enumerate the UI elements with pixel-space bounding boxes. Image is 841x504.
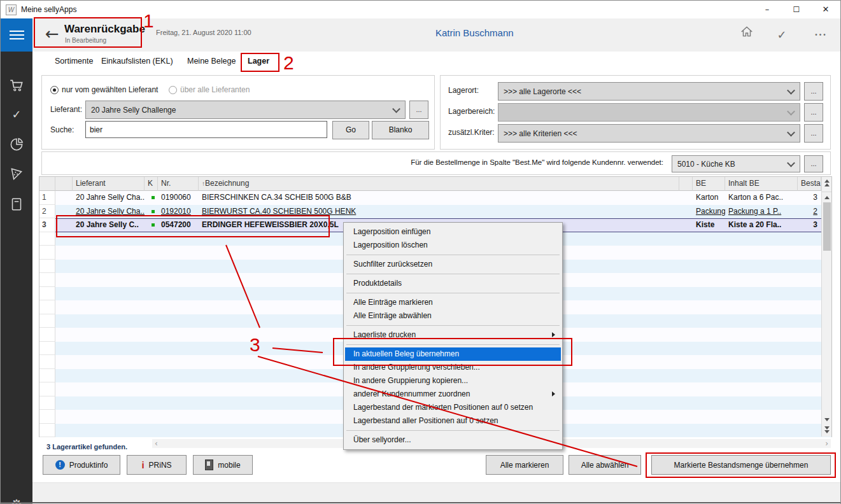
menu-item-suchfilter-zurücksetzen[interactable]: Suchfilter zurücksetzen [345,258,561,271]
sidebar-item-reports[interactable] [1,136,32,158]
table-cell [725,314,798,328]
alle-markieren-button[interactable]: Alle markieren [486,455,563,475]
menu-item-alle-einträge-abwählen[interactable]: Alle Einträge abwählen [345,309,561,323]
storage-filter-label: Lagerbereich: [448,107,495,116]
menu-item-lagerbestand-der-markierten-positionen-a[interactable]: Lagerbestand der markierten Positionen a… [345,401,561,414]
table-cell [145,300,158,314]
status-text: 3 Lagerartikel gefunden. [46,443,127,451]
scrollbar-thumb[interactable] [823,202,831,251]
column-header-be[interactable]: BE [693,177,725,191]
table-cell [679,273,693,287]
menu-item-lagerposition-löschen[interactable]: Lagerposition löschen [345,239,561,252]
storage-filter-dropdown[interactable]: >>> alle Lagerorte <<< [498,82,800,101]
table-row[interactable]: 120 Jahre Selly Cha..0190060BIERSCHINKEN… [39,191,831,205]
table-cell [679,260,693,274]
table-cell [725,342,798,356]
table-cell [158,287,199,301]
scroll-up-icon[interactable] [824,196,830,199]
tab-einkaufslisten-ekl-[interactable]: Einkaufslisten (EKL) [101,57,173,66]
menu-item-lagerbestand-aller-positionen-auf-0-setz[interactable]: Lagerbestand aller Positionen auf 0 setz… [345,414,561,428]
radio-selected-supplier[interactable] [50,86,59,94]
radio-all-suppliers-label[interactable]: über alle Lieferanten [180,85,250,94]
radio-selected-supplier-label[interactable]: nur vom gewählten Lieferant [62,85,158,94]
confirm-button[interactable]: ✓ [768,25,796,45]
table-cell [55,287,73,301]
user-name[interactable]: Katrin Buschmann [435,27,514,38]
scroll-down-icon[interactable] [824,418,830,421]
table-cell [798,424,821,438]
more-options-button[interactable]: ••• [807,25,835,45]
hamburger-menu-button[interactable] [1,18,32,52]
menu-item-in-andere-gruppierung-verschieben-[interactable]: In andere Gruppierung verschieben... [345,361,561,374]
sidebar-item-deals[interactable] [1,166,32,188]
table-cell: 0192010 [158,205,199,219]
sidebar-item-tasks[interactable]: ✓ [1,108,32,129]
menu-item-alle-einträge-markieren[interactable]: Alle Einträge markieren [345,296,561,309]
column-header-nr-[interactable]: Nr. [158,177,199,191]
prins-button[interactable]: iPRiNS [127,455,187,475]
menu-item-in-andere-gruppierung-kopieren-[interactable]: In andere Gruppierung kopieren... [345,374,561,388]
scroll-right-icon[interactable]: › [825,439,828,448]
table-cell [798,410,821,424]
column-header-lieferant[interactable]: Lieferant [73,177,145,191]
column-header-bezeichnung[interactable]: ↑Bezeichnung [199,177,679,191]
blanko-button[interactable]: Blanko [372,121,429,139]
tab-lager[interactable]: Lager [248,57,269,66]
table-cell [693,300,725,314]
table-cell [725,424,798,438]
mobile-button[interactable]: mobile [193,455,253,475]
radio-all-suppliers[interactable] [169,86,177,94]
table-cell: 20 Jahre Selly Cha.. [73,205,145,219]
menu-item-anderer-kundennummer-zuordnen[interactable]: anderer Kundennummer zuordnen [345,388,561,401]
column-header[interactable] [39,177,55,191]
table-cell: 20 Jahre Selly Cha.. [73,191,145,205]
maximize-button[interactable]: ☐ [782,1,811,18]
column-header-k[interactable]: K [145,177,158,191]
table-row[interactable]: 220 Jahre Selly Cha..0192010BIERWURST CA… [39,205,831,219]
go-button[interactable]: Go [332,121,369,139]
tab-meine-belege[interactable]: Meine Belege [187,57,236,66]
column-header[interactable] [679,177,693,191]
column-header-bestand[interactable]: Bestand [798,177,821,191]
search-input[interactable] [85,121,327,138]
table-cell [55,410,73,424]
mobile-device-icon [205,459,213,470]
storage-more-button[interactable]: ... [804,103,823,122]
table-cell: 3 [798,191,821,205]
menu-item-über-sellyorder-[interactable]: Über sellyorder... [345,433,561,447]
table-cell: Kiste a 20 Fla.. [725,218,798,232]
status-dot-icon [152,196,155,199]
storage-filter-dropdown[interactable]: >>> alle Kriterien <<< [498,124,800,143]
scroll-left-icon[interactable]: ‹ [155,439,158,448]
lieferant-dropdown[interactable]: 20 Jahre Selly Challenge [85,101,406,119]
table-cell [679,369,693,383]
table-cell [55,396,73,410]
storage-filter-dropdown[interactable] [498,103,800,122]
table-cell: Karton a 6 Pac.. [725,191,798,205]
menu-item-produktdetails[interactable]: Produktdetails [345,277,561,290]
menu-item-lagerliste-drucken[interactable]: Lagerliste drucken [345,328,561,342]
alle-abwählen-button[interactable]: Alle abwählen [569,455,641,475]
home-button[interactable] [733,25,761,45]
menu-item-lagerposition-einfügen[interactable]: Lagerposition einfügen [345,225,561,239]
customer-more-button[interactable]: ... [804,155,823,172]
storage-more-button[interactable]: ... [804,124,823,143]
table-cell [158,246,199,260]
back-arrow-button[interactable]: ← [45,24,59,43]
markierte-bestandsmenge-übernehmen-button[interactable]: Markierte Bestandsmenge übernehmen [651,455,831,475]
table-cell [693,410,725,424]
column-header[interactable] [55,177,73,191]
sidebar-item-cart[interactable] [1,77,32,99]
storage-more-button[interactable]: ... [804,82,823,101]
table-cell [145,355,158,369]
produktinfo-button[interactable]: !Produktinfo [43,455,120,475]
minimize-button[interactable]: – [753,1,782,18]
tab-sortimente[interactable]: Sortimente [55,57,93,66]
close-button[interactable]: ✕ [811,1,840,18]
customer-number-dropdown[interactable]: 5010 - Küche KB [672,155,800,172]
menu-item-in-aktuellen-beleg-übernehmen[interactable]: In aktuellen Beleg übernehmen [345,347,561,361]
sidebar-item-catalog[interactable] [1,196,32,218]
lieferant-more-button[interactable]: ... [409,101,428,119]
vertical-scrollbar[interactable] [821,177,831,437]
column-header-inhalt-be[interactable]: Inhalt BE [725,177,798,191]
